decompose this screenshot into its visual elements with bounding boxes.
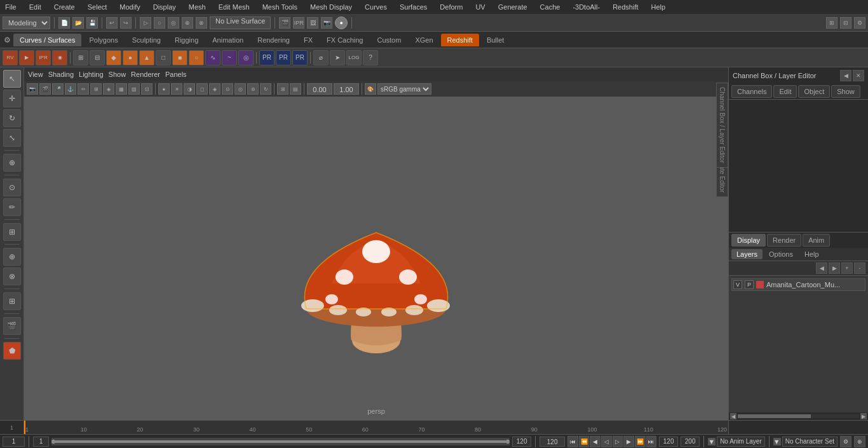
vp-env-icon[interactable]: ⊙ xyxy=(222,83,233,95)
menu-redshift[interactable]: Redshift xyxy=(610,2,641,12)
select-tool-btn[interactable]: ↖ xyxy=(3,70,21,88)
vp-poly-icon[interactable]: ◈ xyxy=(103,83,114,95)
tool-rs-bowl[interactable]: ⌀ xyxy=(313,50,329,65)
menu-3dtoall[interactable]: -3DtoAll- xyxy=(570,2,602,12)
soft-sel-btn[interactable]: ⊙ xyxy=(3,179,21,196)
help-sub-tab[interactable]: Help xyxy=(799,249,824,259)
layer-scrollbar[interactable]: ◀ ▶ xyxy=(729,412,868,420)
display-tab[interactable]: Display xyxy=(731,234,766,247)
menu-uv[interactable]: UV xyxy=(473,2,487,12)
workspace-select[interactable]: Modeling xyxy=(3,17,50,29)
vp-refresh-icon[interactable]: ↻ xyxy=(260,83,271,95)
layer-visibility-p[interactable]: P xyxy=(745,280,754,289)
tab-bullet[interactable]: Bullet xyxy=(480,34,511,46)
tab-redshift[interactable]: Redshift xyxy=(441,34,479,46)
menu-select[interactable]: Select xyxy=(85,2,110,12)
tool-cone[interactable]: ▲ xyxy=(139,50,154,65)
tool-curve2[interactable]: ~ xyxy=(222,50,237,65)
char-set-dropdown[interactable]: ▼ xyxy=(773,438,781,445)
current-frame-input[interactable] xyxy=(3,437,25,447)
next-frame-btn[interactable]: ▶ xyxy=(623,436,634,447)
layer-prev-btn[interactable]: ◀ xyxy=(816,262,827,274)
range-slider[interactable] xyxy=(51,438,510,445)
tool-cube[interactable]: □ xyxy=(156,50,171,65)
vp-dof-icon[interactable]: ⊚ xyxy=(247,83,259,95)
vp-sphere-icon[interactable]: ● xyxy=(158,83,170,95)
paint-sel-btn[interactable]: ✏ xyxy=(3,198,21,216)
redo-icon[interactable]: ↪ xyxy=(120,17,132,29)
vp-menu-lighting[interactable]: Lighting xyxy=(79,71,104,78)
settings-icon[interactable]: ⚙ xyxy=(854,17,865,29)
brush-select-icon[interactable]: ◎ xyxy=(168,17,179,29)
layer-item[interactable]: V P Amanita_Cartoon_Mu... xyxy=(731,278,865,291)
menu-edit-mesh[interactable]: Edit Mesh xyxy=(216,2,252,12)
tab-rendering[interactable]: Rendering xyxy=(251,34,296,46)
layer-visibility-v[interactable]: V xyxy=(733,280,742,289)
menu-file[interactable]: File xyxy=(3,2,19,12)
tab-polygons[interactable]: Polygons xyxy=(83,34,124,46)
rotate-tool-btn[interactable]: ↻ xyxy=(3,109,21,127)
menu-edit[interactable]: Edit xyxy=(27,2,44,12)
layer-add-btn[interactable]: + xyxy=(841,262,853,274)
tab-rigging[interactable]: Rigging xyxy=(168,34,205,46)
layout-icon[interactable]: ⊞ xyxy=(826,17,837,29)
tool-wave[interactable]: ◎ xyxy=(238,50,254,65)
tool-sphere[interactable]: ● xyxy=(123,50,138,65)
anim-end-input[interactable] xyxy=(659,437,678,447)
tool-rv[interactable]: RV xyxy=(3,50,18,65)
channel-box-tab[interactable]: Channel Box / Layer Editor xyxy=(716,83,728,168)
menu-modify[interactable]: Modify xyxy=(117,2,142,12)
options-sub-tab[interactable]: Options xyxy=(764,249,798,259)
new-scene-icon[interactable]: 📄 xyxy=(58,17,70,29)
right-collapse-btn[interactable]: ◀ xyxy=(840,70,851,81)
history-btn[interactable]: ⊞ xyxy=(3,292,21,310)
scroll-left-btn[interactable]: ◀ xyxy=(730,413,736,419)
vp-wire-icon[interactable]: ◻ xyxy=(196,83,208,95)
tool-rs1[interactable]: PR xyxy=(259,50,275,65)
ipr-icon[interactable]: IPR xyxy=(293,17,304,29)
layer-next-btn[interactable]: ▶ xyxy=(829,262,840,274)
vp-poly4-icon[interactable]: ⊡ xyxy=(141,83,153,95)
timeline-ruler[interactable]: 1 1 10 20 30 40 50 60 70 80 90 100 110 1… xyxy=(0,420,868,434)
save-scene-icon[interactable]: 💾 xyxy=(86,17,98,29)
menu-display[interactable]: Display xyxy=(151,2,179,12)
vp-menu-show[interactable]: Show xyxy=(109,71,126,78)
char-set-more-btn[interactable]: ⊕ xyxy=(854,436,865,447)
snap2-icon[interactable]: ⊗ xyxy=(196,17,207,29)
viewport[interactable]: View Shading Lighting Show Renderer Pane… xyxy=(24,67,728,420)
channels-tab[interactable]: Channels xyxy=(731,85,772,98)
tool-rs-arrow[interactable]: ➤ xyxy=(330,50,345,65)
tool-rs3[interactable]: PR xyxy=(292,50,308,65)
step-fwd-btn[interactable]: ⏩ xyxy=(635,436,646,447)
vp-film-icon[interactable]: 🎬 xyxy=(39,83,51,95)
layout2-icon[interactable]: ⊟ xyxy=(840,17,851,29)
live-surface-button[interactable]: No Live Surface xyxy=(210,17,271,29)
render-tab[interactable]: Render xyxy=(767,234,801,247)
vp-hud-icon[interactable]: ▤ xyxy=(290,83,301,95)
range-start-input[interactable] xyxy=(33,437,49,447)
vp-gate-icon[interactable]: ⊞ xyxy=(277,83,288,95)
open-scene-icon[interactable]: 📂 xyxy=(72,17,84,29)
snap-curve-btn[interactable]: ⊗ xyxy=(3,268,21,285)
range-end-input[interactable] xyxy=(512,437,531,447)
vp-ao-icon[interactable]: ◎ xyxy=(234,83,246,95)
tool-cyl[interactable]: ○ xyxy=(189,50,204,65)
skip-end-btn[interactable]: ⏭ xyxy=(646,436,657,447)
timeline-track[interactable]: 1 10 20 30 40 50 60 70 80 90 100 110 120 xyxy=(24,421,728,434)
anim-layer-dropdown[interactable]: ▼ xyxy=(708,438,715,445)
vp-brush-icon[interactable]: ✏ xyxy=(78,83,89,95)
tool-cube2[interactable]: ■ xyxy=(172,50,187,65)
tab-fx-caching[interactable]: FX Caching xyxy=(320,34,369,46)
vp-color-space[interactable]: 🎨 xyxy=(365,83,376,95)
scroll-right-btn[interactable]: ▶ xyxy=(860,413,867,419)
tool-rs2[interactable]: PR xyxy=(276,50,291,65)
render2-icon[interactable]: 🖼 xyxy=(307,17,318,29)
vp-menu-view[interactable]: View xyxy=(28,71,43,78)
edit-tab[interactable]: Edit xyxy=(773,85,797,98)
menu-deform[interactable]: Deform xyxy=(437,2,465,12)
anim-tab[interactable]: Anim xyxy=(803,234,830,247)
anim-end2-input[interactable] xyxy=(681,437,700,447)
char-set-options-btn[interactable]: ⚙ xyxy=(840,436,851,447)
scale-tool-btn[interactable]: ⤡ xyxy=(3,129,21,147)
menu-cache[interactable]: Cache xyxy=(538,2,563,12)
